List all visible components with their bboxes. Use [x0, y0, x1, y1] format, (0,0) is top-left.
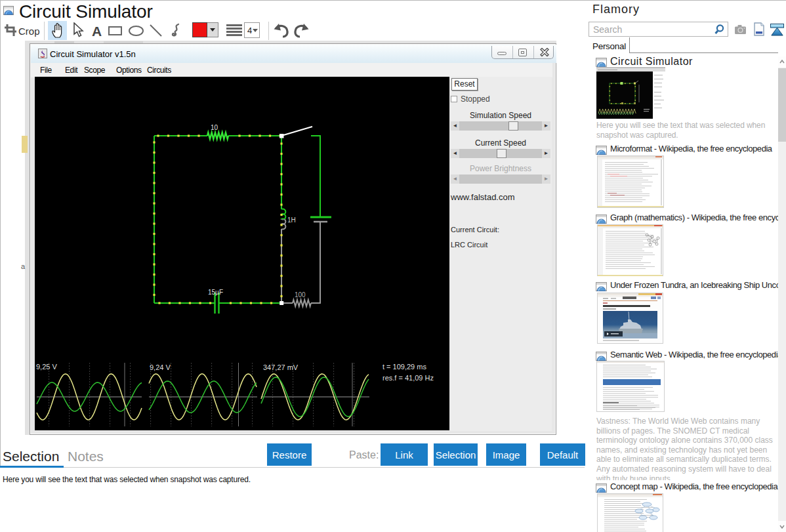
svg-text:100: 100: [295, 291, 306, 298]
svg-text:1H: 1H: [287, 216, 296, 224]
svg-text:347,27 mV: 347,27 mV: [263, 363, 299, 371]
svg-text:t = 109,29 ms: t = 109,29 ms: [383, 363, 426, 371]
svg-text:9,25 V: 9,25 V: [36, 363, 57, 371]
svg-text:10: 10: [211, 124, 218, 131]
svg-text:15µF: 15µF: [208, 289, 223, 296]
svg-text:res.f = 41,09 Hz: res.f = 41,09 Hz: [383, 374, 434, 382]
svg-text:9,24 V: 9,24 V: [150, 363, 171, 371]
